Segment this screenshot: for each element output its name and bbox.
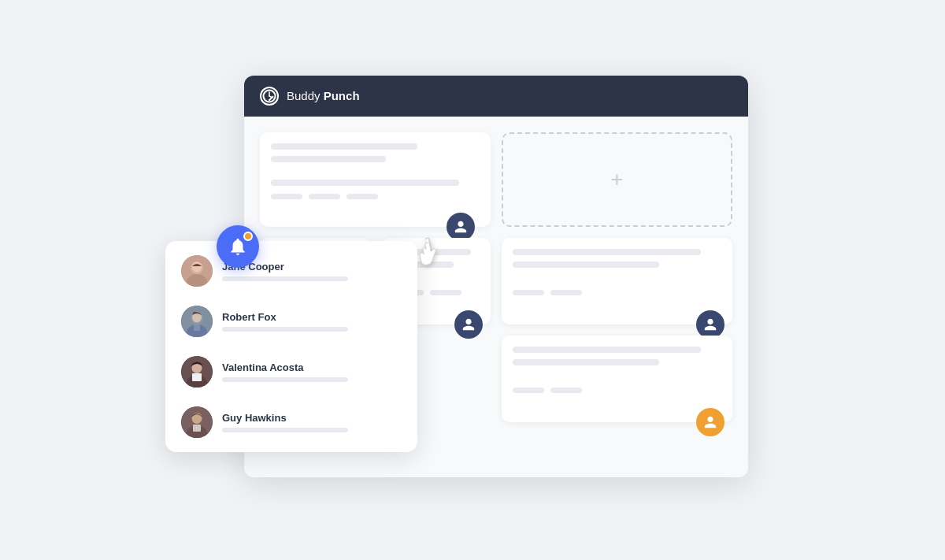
scene: Buddy Punch — [165, 52, 780, 509]
user-button-right-mid[interactable] — [696, 310, 724, 339]
svg-point-6 — [192, 261, 202, 272]
person-name-robert: Robert Fox — [222, 311, 402, 323]
skeleton-tags — [513, 290, 721, 295]
svg-point-18 — [192, 413, 202, 424]
person-item-robert[interactable]: Robert Fox — [172, 298, 411, 345]
logo-text: Buddy Punch — [287, 89, 360, 102]
skeleton-tag — [513, 290, 544, 295]
skeleton-tag — [430, 290, 461, 295]
svg-rect-15 — [192, 373, 202, 381]
card-right-bot — [502, 336, 732, 422]
skeleton-tag — [550, 290, 582, 295]
person-item-valentina[interactable]: Valentina Acosta — [172, 348, 411, 395]
person-info-guy: Guy Hawkins — [222, 412, 402, 432]
skeleton-line — [513, 249, 701, 255]
avatar-valentina — [181, 356, 213, 388]
notification-dot — [243, 232, 253, 241]
person-skel-jane — [222, 276, 348, 281]
skeleton-line — [271, 180, 459, 186]
person-name-guy: Guy Hawkins — [222, 412, 402, 424]
skeleton-tag — [309, 194, 340, 199]
person-info-valentina: Valentina Acosta — [222, 362, 402, 382]
svg-rect-11 — [194, 325, 200, 331]
add-card[interactable]: + — [502, 132, 732, 227]
person-name-valentina: Valentina Acosta — [222, 362, 402, 373]
person-skel-robert — [222, 327, 348, 332]
svg-line-2 — [269, 96, 272, 98]
logo-icon — [260, 87, 279, 106]
notification-bell[interactable] — [217, 225, 259, 268]
skeleton-tags — [513, 388, 721, 393]
main-card — [260, 132, 491, 227]
skeleton-line — [271, 156, 386, 162]
skeleton-line — [513, 261, 659, 268]
user-button-main[interactable] — [447, 213, 475, 241]
person-skel-valentina — [222, 377, 348, 382]
people-list: Jane Cooper Robert Fox — [165, 241, 417, 452]
skeleton-tags — [271, 194, 480, 199]
skeleton-line — [513, 359, 659, 365]
add-icon: + — [610, 167, 623, 192]
card-right-mid — [502, 238, 732, 325]
person-item-jane[interactable]: Jane Cooper — [172, 247, 411, 295]
app-header: Buddy Punch — [244, 76, 748, 117]
skeleton-tag — [513, 388, 544, 393]
person-item-guy[interactable]: Guy Hawkins — [172, 399, 411, 446]
avatar-jane — [181, 255, 213, 287]
person-info-robert: Robert Fox — [222, 311, 402, 332]
skeleton-tag — [346, 194, 378, 199]
svg-rect-19 — [193, 425, 201, 432]
right-column: + — [502, 132, 732, 462]
avatar-guy — [181, 406, 213, 438]
skeleton-tag — [271, 194, 302, 199]
user-button-mid-right[interactable] — [454, 310, 483, 339]
skeleton-tag — [550, 388, 582, 393]
skeleton-line — [271, 143, 417, 150]
skeleton-line — [513, 347, 701, 353]
user-button-right-bot[interactable] — [696, 408, 724, 436]
person-skel-guy — [222, 428, 348, 432]
avatar-robert — [181, 306, 213, 337]
